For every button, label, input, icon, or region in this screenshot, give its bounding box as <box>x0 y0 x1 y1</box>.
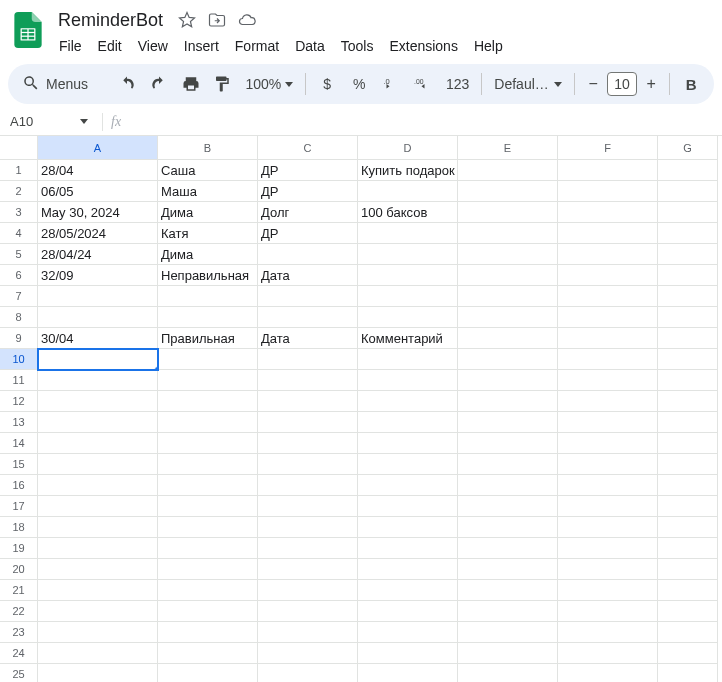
cell-C12[interactable] <box>258 391 358 412</box>
cell-B16[interactable] <box>158 475 258 496</box>
cell-E2[interactable] <box>458 181 558 202</box>
cell-G19[interactable] <box>658 538 718 559</box>
cell-C20[interactable] <box>258 559 358 580</box>
cell-B21[interactable] <box>158 580 258 601</box>
cell-C2[interactable]: ДР <box>258 181 358 202</box>
column-header-A[interactable]: A <box>38 136 158 160</box>
font-dropdown[interactable]: Defaul… <box>488 69 568 99</box>
cell-G20[interactable] <box>658 559 718 580</box>
row-header-2[interactable]: 2 <box>0 181 38 202</box>
column-header-C[interactable]: C <box>258 136 358 160</box>
cell-D13[interactable] <box>358 412 458 433</box>
row-header-13[interactable]: 13 <box>0 412 38 433</box>
cell-E19[interactable] <box>458 538 558 559</box>
cell-B11[interactable] <box>158 370 258 391</box>
row-header-4[interactable]: 4 <box>0 223 38 244</box>
cell-D22[interactable] <box>358 601 458 622</box>
cell-B25[interactable] <box>158 664 258 682</box>
currency-button[interactable]: $ <box>312 69 342 99</box>
cell-D2[interactable] <box>358 181 458 202</box>
cell-B6[interactable]: Неправильная <box>158 265 258 286</box>
row-header-11[interactable]: 11 <box>0 370 38 391</box>
percent-button[interactable]: % <box>344 69 374 99</box>
cell-D8[interactable] <box>358 307 458 328</box>
cell-D5[interactable] <box>358 244 458 265</box>
print-button[interactable] <box>176 69 206 99</box>
menu-view[interactable]: View <box>131 34 175 58</box>
cell-B20[interactable] <box>158 559 258 580</box>
row-header-21[interactable]: 21 <box>0 580 38 601</box>
cell-A2[interactable]: 06/05 <box>38 181 158 202</box>
cell-E1[interactable] <box>458 160 558 181</box>
cell-A1[interactable]: 28/04 <box>38 160 158 181</box>
cell-C15[interactable] <box>258 454 358 475</box>
cell-A25[interactable] <box>38 664 158 682</box>
menu-extensions[interactable]: Extensions <box>382 34 464 58</box>
cell-G10[interactable] <box>658 349 718 370</box>
cell-C18[interactable] <box>258 517 358 538</box>
decrease-font-size-button[interactable]: − <box>581 72 605 96</box>
cell-F5[interactable] <box>558 244 658 265</box>
cell-E16[interactable] <box>458 475 558 496</box>
cell-D14[interactable] <box>358 433 458 454</box>
cell-E11[interactable] <box>458 370 558 391</box>
cell-D1[interactable]: Купить подарок <box>358 160 458 181</box>
zoom-dropdown[interactable]: 100% <box>239 69 299 99</box>
cell-C8[interactable] <box>258 307 358 328</box>
cell-F4[interactable] <box>558 223 658 244</box>
cell-F11[interactable] <box>558 370 658 391</box>
cell-B18[interactable] <box>158 517 258 538</box>
cell-C16[interactable] <box>258 475 358 496</box>
cell-E23[interactable] <box>458 622 558 643</box>
cell-A16[interactable] <box>38 475 158 496</box>
cell-D4[interactable] <box>358 223 458 244</box>
cell-G15[interactable] <box>658 454 718 475</box>
row-header-8[interactable]: 8 <box>0 307 38 328</box>
cell-A23[interactable] <box>38 622 158 643</box>
cell-G21[interactable] <box>658 580 718 601</box>
cell-A9[interactable]: 30/04 <box>38 328 158 349</box>
cell-B7[interactable] <box>158 286 258 307</box>
cell-E22[interactable] <box>458 601 558 622</box>
cell-C17[interactable] <box>258 496 358 517</box>
select-all-corner[interactable] <box>0 136 38 160</box>
name-box[interactable]: A10 <box>4 110 94 134</box>
sheets-logo[interactable] <box>8 10 48 50</box>
cell-G24[interactable] <box>658 643 718 664</box>
menu-search[interactable]: Menus <box>16 70 110 99</box>
cell-C22[interactable] <box>258 601 358 622</box>
cell-G5[interactable] <box>658 244 718 265</box>
row-header-6[interactable]: 6 <box>0 265 38 286</box>
cell-B13[interactable] <box>158 412 258 433</box>
cell-D20[interactable] <box>358 559 458 580</box>
cell-E5[interactable] <box>458 244 558 265</box>
cell-B9[interactable]: Правильная <box>158 328 258 349</box>
cell-D16[interactable] <box>358 475 458 496</box>
cell-E10[interactable] <box>458 349 558 370</box>
cell-C1[interactable]: ДР <box>258 160 358 181</box>
row-header-1[interactable]: 1 <box>0 160 38 181</box>
cell-B24[interactable] <box>158 643 258 664</box>
cell-G12[interactable] <box>658 391 718 412</box>
cell-F22[interactable] <box>558 601 658 622</box>
cell-A4[interactable]: 28/05/2024 <box>38 223 158 244</box>
cell-F13[interactable] <box>558 412 658 433</box>
cell-F20[interactable] <box>558 559 658 580</box>
menu-insert[interactable]: Insert <box>177 34 226 58</box>
cell-G9[interactable] <box>658 328 718 349</box>
cell-D3[interactable]: 100 баксов <box>358 202 458 223</box>
cell-A14[interactable] <box>38 433 158 454</box>
cell-C25[interactable] <box>258 664 358 682</box>
cell-A21[interactable] <box>38 580 158 601</box>
paint-format-button[interactable] <box>208 69 238 99</box>
row-header-10[interactable]: 10 <box>0 349 38 370</box>
column-header-B[interactable]: B <box>158 136 258 160</box>
cell-A11[interactable] <box>38 370 158 391</box>
move-icon[interactable] <box>205 8 229 32</box>
cell-E17[interactable] <box>458 496 558 517</box>
cell-G2[interactable] <box>658 181 718 202</box>
selection-handle[interactable] <box>154 366 158 370</box>
cell-A18[interactable] <box>38 517 158 538</box>
cell-B15[interactable] <box>158 454 258 475</box>
cell-F9[interactable] <box>558 328 658 349</box>
